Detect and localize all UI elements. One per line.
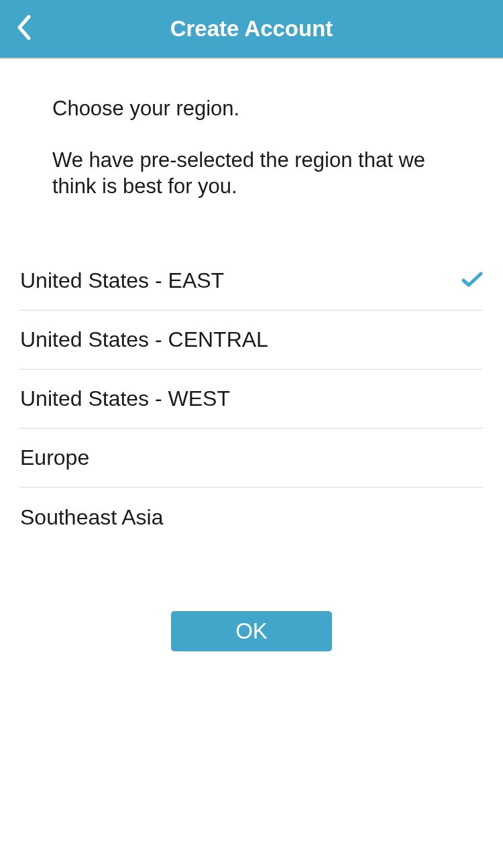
intro-line-2: We have pre-selected the region that we … bbox=[52, 148, 451, 200]
intro-text: Choose your region. We have pre-selected… bbox=[0, 59, 503, 199]
region-list: United States - EAST United States - CEN… bbox=[0, 252, 503, 547]
region-item-southeast-asia[interactable]: Southeast Asia bbox=[20, 488, 483, 547]
intro-line-1: Choose your region. bbox=[52, 96, 451, 122]
region-item-us-east[interactable]: United States - EAST bbox=[20, 252, 483, 311]
region-label: Southeast Asia bbox=[20, 505, 163, 530]
region-label: Europe bbox=[20, 445, 89, 470]
header: Create Account bbox=[0, 0, 503, 59]
chevron-left-icon bbox=[17, 15, 32, 43]
ok-container: OK bbox=[0, 611, 503, 651]
region-label: United States - EAST bbox=[20, 268, 224, 293]
region-label: United States - WEST bbox=[20, 386, 230, 411]
ok-button[interactable]: OK bbox=[171, 611, 332, 651]
back-button[interactable] bbox=[11, 12, 38, 46]
page-title: Create Account bbox=[170, 16, 333, 42]
region-item-europe[interactable]: Europe bbox=[20, 429, 483, 488]
check-icon bbox=[461, 272, 483, 290]
region-item-us-central[interactable]: United States - CENTRAL bbox=[20, 311, 483, 370]
region-item-us-west[interactable]: United States - WEST bbox=[20, 370, 483, 429]
region-label: United States - CENTRAL bbox=[20, 327, 268, 352]
